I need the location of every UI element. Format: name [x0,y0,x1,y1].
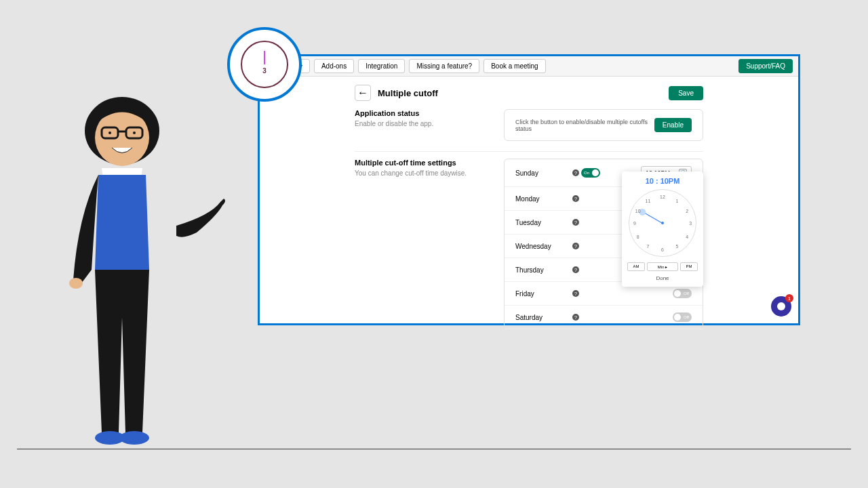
save-button[interactable]: Save [669,86,703,100]
pm-button[interactable]: PM [680,262,698,271]
time-picker-popup: 10 : 10PM 121234567891011 AMMin ▸PM Done [622,171,703,287]
day-name: Saturday [515,314,570,321]
help-icon[interactable]: ? [572,266,579,273]
topbar: Settings ▾ Add-ons Integration Missing a… [260,56,798,77]
day-name: Wednesday [515,243,570,250]
done-button[interactable]: Done [627,275,698,281]
day-row: Saturday?Off [505,306,703,329]
stopwatch-icon: 3 [227,27,302,102]
book-meeting-button[interactable]: Book a meeting [484,59,546,73]
help-icon[interactable]: ? [572,219,579,226]
status-title: Application status [355,109,477,117]
page-header: ← Multiple cutoff Save [260,77,798,109]
am-button[interactable]: AM [627,262,645,271]
day-toggle[interactable]: Off [673,312,692,322]
min-button[interactable]: Min ▸ [647,262,678,271]
svg-point-7 [69,278,83,289]
page-title: Multiple cutoff [378,88,438,98]
picker-time-display: 10 : 10PM [627,177,698,185]
divider [355,151,703,152]
help-icon[interactable]: ? [572,195,579,202]
app-window: Settings ▾ Add-ons Integration Missing a… [258,54,800,325]
help-icon[interactable]: ? [572,243,579,249]
day-name: Monday [515,195,570,203]
help-icon[interactable]: ? [572,314,579,321]
help-icon[interactable]: ? [572,290,579,297]
missing-feature-button[interactable]: Missing a feature? [409,59,479,73]
svg-point-9 [119,431,149,445]
day-name: Tuesday [515,219,570,226]
svg-point-6 [133,131,136,134]
back-button[interactable]: ← [355,85,371,101]
picker-clock-face[interactable]: 121234567891011 [629,189,696,257]
character-illustration [61,80,237,453]
cutoff-desc: You can change cut-off time daywise. [355,169,477,177]
status-card: Click the button to enable/disable multi… [504,109,703,141]
day-toggle[interactable]: Off [673,289,692,298]
cutoff-title: Multiple cut-off time settings [355,159,477,167]
chat-badge: 1 [785,294,793,302]
support-button[interactable]: Support/FAQ [738,59,793,73]
day-name: Sunday [515,169,570,177]
day-name: Friday [515,290,570,298]
day-toggle[interactable]: On [581,168,600,178]
svg-point-5 [108,131,111,134]
status-desc: Enable or disable the app. [355,120,477,127]
day-name: Thursday [515,266,570,274]
help-icon[interactable]: ? [572,169,579,176]
addons-button[interactable]: Add-ons [314,59,354,73]
integration-button[interactable]: Integration [358,59,405,73]
chat-widget[interactable]: 1 [771,296,791,317]
enable-button[interactable]: Enable [654,118,692,132]
